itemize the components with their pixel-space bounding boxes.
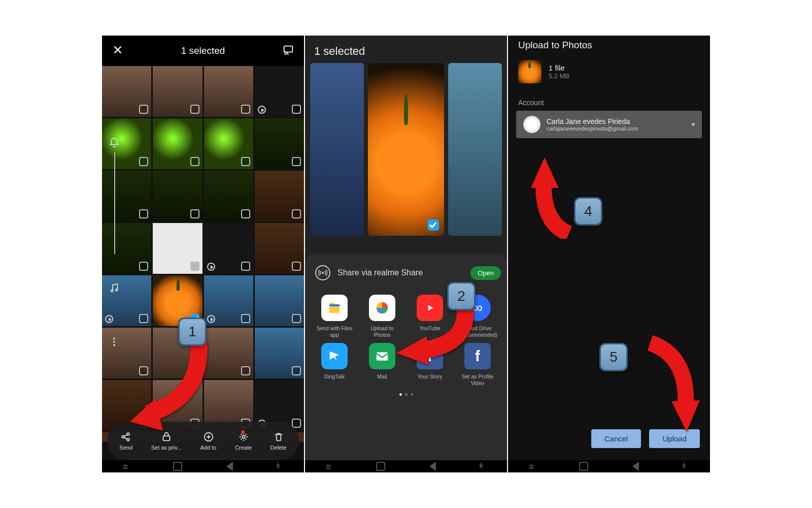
svg-point-15	[481, 462, 482, 464]
add-to-button[interactable]: Add to	[200, 431, 217, 451]
svg-point-12	[278, 462, 279, 464]
svg-rect-14	[377, 353, 388, 361]
step-badge-4: 4	[574, 197, 602, 226]
broadcast-icon	[315, 265, 330, 280]
selection-header: 1 selected	[102, 36, 304, 66]
svg-point-3	[113, 338, 115, 340]
account-label: Account	[508, 92, 710, 111]
recents-icon[interactable]	[529, 462, 538, 471]
android-navbar	[508, 460, 710, 472]
arrow-annotation	[127, 335, 209, 432]
svg-point-16	[684, 462, 685, 464]
account-email: carlajaneeevedespineda@gmail.com	[547, 125, 638, 132]
set-private-button[interactable]: Set as priv...	[151, 431, 182, 451]
svg-point-2	[116, 289, 118, 291]
bell-icon[interactable]	[109, 137, 120, 150]
step-badge-2: 2	[447, 282, 476, 310]
create-button[interactable]: Create	[235, 431, 252, 451]
file-count: 1 file	[549, 64, 569, 72]
selection-count: 1 selected	[305, 36, 507, 63]
svg-point-5	[113, 344, 115, 346]
account-selector[interactable]: Carla Jane evedes Pirieda carlajaneeeved…	[516, 111, 702, 138]
send-button[interactable]: Send	[119, 431, 132, 451]
recents-icon[interactable]	[123, 462, 132, 471]
android-navbar	[102, 460, 304, 472]
back-icon[interactable]	[427, 462, 436, 471]
selection-count: 1 selected	[181, 45, 225, 56]
close-icon[interactable]	[112, 44, 123, 57]
account-name: Carla Jane evedes Pirieda	[547, 117, 638, 125]
screen-2-share-sheet: 1 selected Open Share via realme Share	[305, 36, 507, 472]
upload-title: Upload to Photos	[508, 36, 710, 60]
arrow-annotation	[640, 335, 701, 432]
accessibility-icon[interactable]	[680, 462, 689, 471]
file-summary: 1 file 5.2 MB	[508, 60, 710, 92]
pumpkin-preview[interactable]	[368, 63, 444, 236]
cancel-button[interactable]: Cancel	[591, 429, 641, 448]
open-chip[interactable]: Open	[470, 266, 501, 280]
back-icon[interactable]	[224, 462, 233, 471]
file-thumbnail	[518, 60, 542, 83]
svg-point-13	[322, 272, 324, 274]
svg-point-11	[242, 435, 245, 438]
home-icon[interactable]	[376, 462, 385, 471]
step-badge-5: 5	[599, 343, 628, 371]
upload-button[interactable]: Upload	[649, 429, 700, 448]
svg-point-1	[111, 290, 113, 292]
selected-checkmark-icon	[428, 219, 439, 231]
screen-1-gallery-selection: 1 selected	[102, 36, 304, 472]
accessibility-icon[interactable]	[274, 462, 283, 471]
step-badge-1: 1	[178, 318, 207, 346]
mail-icon	[369, 343, 395, 369]
page-dots	[312, 393, 500, 396]
music-icon[interactable]	[109, 282, 120, 296]
share-files-app[interactable]: Send with Files app	[312, 295, 357, 338]
avatar	[523, 116, 540, 133]
back-icon[interactable]	[630, 462, 639, 471]
share-dingtalk[interactable]: DingTalk	[312, 343, 357, 386]
selected-preview-strip[interactable]	[305, 63, 507, 236]
home-icon[interactable]	[173, 462, 182, 471]
dingtalk-icon	[321, 343, 348, 369]
arrow-annotation	[528, 157, 579, 239]
recents-icon[interactable]	[326, 462, 335, 471]
google-photos-icon	[369, 295, 395, 321]
home-icon[interactable]	[579, 462, 588, 471]
files-icon	[321, 295, 348, 321]
more-dots-icon[interactable]	[109, 336, 120, 350]
file-size: 5.2 MB	[549, 72, 569, 80]
accessibility-icon[interactable]	[477, 462, 486, 471]
svg-rect-9	[163, 436, 170, 440]
delete-button[interactable]: Delete	[270, 431, 287, 451]
svg-point-4	[113, 341, 115, 343]
svg-rect-0	[284, 46, 293, 52]
android-navbar	[305, 460, 507, 472]
cast-icon[interactable]	[283, 44, 294, 57]
screen-3-upload-dialog: Upload to Photos 1 file 5.2 MB Account C…	[508, 36, 710, 472]
